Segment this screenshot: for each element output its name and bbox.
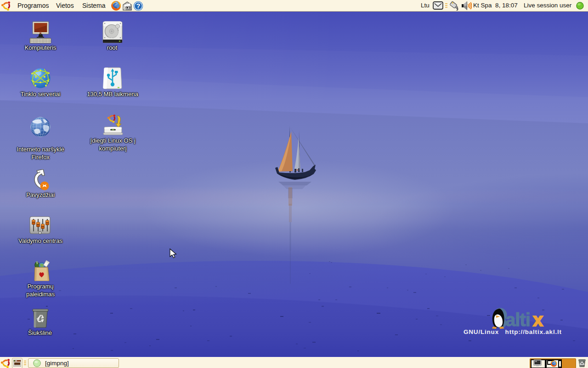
svg-text:alti: alti xyxy=(505,310,530,330)
svg-text:x: x xyxy=(533,310,543,330)
svg-text:?: ? xyxy=(136,2,141,10)
svg-text:GNU/Linux http://baltix.akl.: GNU/Linux http://baltix.akl.lt xyxy=(464,328,562,335)
